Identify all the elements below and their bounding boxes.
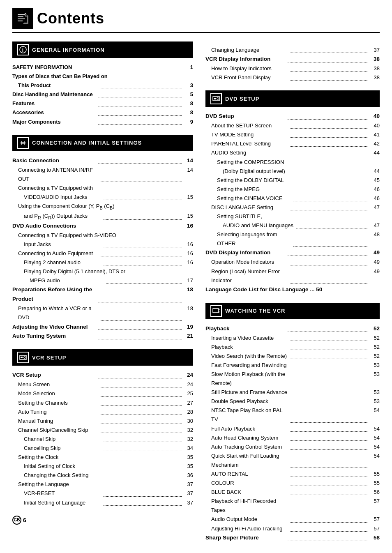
toc-row: Auto Tuning 28 bbox=[12, 408, 193, 417]
svg-text:i: i bbox=[22, 47, 24, 53]
toc-row: Playing 2 channel audio 16 bbox=[12, 258, 193, 267]
toc-row: SAFETY INFORMATION 1 bbox=[12, 63, 193, 72]
vcr-setup-entries: VCR Setup 24 Menu Screen 24 Mode Selecti… bbox=[12, 371, 193, 507]
toc-row: VCR Display Information 38 bbox=[205, 55, 380, 64]
toc-row: Audio Output Mode 57 bbox=[205, 515, 380, 524]
toc-row: VIDEO/AUDIO Input Jacks 15 bbox=[12, 193, 193, 202]
toc-row: Setting the Channels 27 bbox=[12, 399, 193, 408]
general-info-header: i GENERAL INFORMATION bbox=[12, 41, 193, 58]
vcr-setup-title: VCR SETUP bbox=[32, 355, 66, 361]
toc-row: Operation Mode Indicators 49 bbox=[205, 258, 380, 267]
toc-row: AUTO RENTAL 55 bbox=[205, 470, 380, 479]
toc-row: Input Jacks 16 bbox=[12, 240, 193, 249]
svg-rect-17 bbox=[213, 309, 219, 313]
dvd-setup-entries: DVD Setup 40 About the SETUP Screen 40 T… bbox=[205, 112, 380, 294]
toc-row: Setting the COMPRESSION bbox=[205, 158, 380, 167]
toc-row: AUDIO and MENU languages 47 bbox=[205, 221, 380, 230]
toc-row: Sharp Super Picture 58 bbox=[205, 533, 380, 543]
svg-rect-2 bbox=[18, 18, 25, 19]
toc-row: Full Auto Playback 54 bbox=[205, 424, 380, 433]
toc-row: Adjusting the Video Channel 19 bbox=[12, 323, 193, 332]
toc-row: Setting the Clock 35 bbox=[12, 453, 193, 462]
svg-point-12 bbox=[24, 357, 26, 359]
page-footer-left: GB 6 bbox=[12, 516, 193, 525]
toc-row: DVD Audio Connections 16 bbox=[12, 221, 193, 231]
toc-row: Playback 52 bbox=[205, 343, 380, 352]
toc-row: Auto Tuning System 21 bbox=[12, 332, 193, 341]
dvd-setup-icon bbox=[210, 93, 222, 104]
toc-row: Setting SUBTITLE, bbox=[205, 212, 380, 221]
vcr-right-entries: Changing Language 37 VCR Display Informa… bbox=[205, 46, 380, 82]
toc-row: Setting the CINEMA VOICE 46 bbox=[205, 194, 380, 203]
toc-row: Using the Component Colour (Y, PB (CB) bbox=[12, 202, 193, 212]
toc-row: Still Picture and Frame Advance 53 bbox=[205, 388, 380, 397]
dvd-setup-header: DVD SETUP bbox=[205, 90, 380, 107]
toc-row: Inserting a Video Cassette 52 bbox=[205, 334, 380, 343]
toc-row: Playback of Hi-Fi Recorded Tapes 57 bbox=[205, 497, 380, 515]
svg-rect-0 bbox=[18, 14, 25, 15]
toc-row: Auto Tracking Control System 54 bbox=[205, 442, 380, 452]
toc-row: Auto Head Cleaning System 54 bbox=[205, 433, 380, 442]
toc-row: How to Display Indicators 38 bbox=[205, 64, 380, 73]
toc-row: Connecting to Audio Equipment 16 bbox=[12, 249, 193, 258]
toc-row: Features 8 bbox=[12, 99, 193, 108]
toc-row: MPEG audio 17 bbox=[12, 276, 193, 285]
toc-row: Changing the Clock Setting 36 bbox=[12, 471, 193, 480]
page-header: Contents bbox=[12, 8, 380, 33]
toc-row: Basic Connection 14 bbox=[12, 156, 193, 166]
toc-row: Playback 52 bbox=[205, 324, 380, 334]
svg-rect-3 bbox=[18, 21, 23, 21]
toc-row: VCR Front Panel Display 38 bbox=[205, 73, 380, 82]
toc-row: DVD Display Information 49 bbox=[205, 248, 380, 258]
toc-row: Selecting languages from OTHER 48 bbox=[205, 230, 380, 248]
vcr-setup-icon bbox=[17, 352, 29, 363]
left-column: i GENERAL INFORMATION SAFETY INFORMATION… bbox=[12, 41, 193, 551]
watching-vcr-header: WATCHING THE VCR bbox=[205, 303, 380, 319]
toc-row: Channel Skip/Cancelling Skip 32 bbox=[12, 426, 193, 435]
toc-row: Setting the MPEG 46 bbox=[205, 185, 380, 194]
dvd-setup-title: DVD SETUP bbox=[225, 96, 259, 102]
page-title: Contents bbox=[37, 10, 104, 27]
vcr-setup-section: VCR SETUP VCR Setup 24 Menu Screen 24 Mo… bbox=[12, 349, 193, 507]
svg-rect-13 bbox=[21, 357, 23, 358]
toc-row: VCR-RESET 37 bbox=[12, 489, 193, 498]
svg-rect-1 bbox=[18, 16, 23, 17]
vcr-setup-header: VCR SETUP bbox=[12, 349, 193, 366]
toc-row: About the SETUP Screen 40 bbox=[205, 121, 380, 130]
connection-entries: Basic Connection 14 Connecting to ANTENN… bbox=[12, 156, 193, 341]
toc-row: Accessories 8 bbox=[12, 108, 193, 117]
watching-vcr-icon bbox=[210, 305, 222, 317]
connection-title: CONNECTION AND INITIAL SETTINGS bbox=[32, 140, 142, 146]
toc-row: Menu Screen 24 bbox=[12, 380, 193, 389]
vcr-right-section: Changing Language 37 VCR Display Informa… bbox=[205, 46, 380, 82]
toc-row: VCR Setup 24 bbox=[12, 371, 193, 380]
toc-row: Preparations Before Using the Product 18 bbox=[12, 285, 193, 304]
toc-row: TV MODE Setting 41 bbox=[205, 130, 380, 139]
watching-vcr-entries: Playback 52 Inserting a Video Cassette 5… bbox=[205, 324, 380, 543]
toc-row: Initial Setting of Clock 35 bbox=[12, 462, 193, 471]
toc-row: (Dolby Digital output level) 44 bbox=[205, 167, 380, 176]
watching-vcr-section: WATCHING THE VCR Playback 52 Inserting a… bbox=[205, 303, 380, 543]
toc-row: COLOUR 55 bbox=[205, 479, 380, 488]
general-info-icon: i bbox=[17, 44, 29, 55]
toc-row: Slow Motion Playback (with the Remote) 5… bbox=[205, 370, 380, 388]
toc-row: Language Code List for Disc Language ...… bbox=[205, 285, 380, 295]
svg-rect-16 bbox=[214, 98, 216, 99]
toc-row: Playing Dolby Digital (5.1 channel), DTS… bbox=[12, 267, 193, 276]
toc-row: AUDIO Setting 44 bbox=[205, 148, 380, 157]
toc-row: NTSC Tape Play Back on PAL TV 54 bbox=[205, 406, 380, 424]
connection-section: CONNECTION AND INITIAL SETTINGS Basic Co… bbox=[12, 135, 193, 341]
toc-row: DISC LANGUAGE Setting 47 bbox=[205, 203, 380, 212]
gb-badge: GB bbox=[12, 516, 21, 525]
toc-row: Changing Language 37 bbox=[205, 46, 380, 55]
toc-row: Mode Selection 25 bbox=[12, 389, 193, 398]
toc-row: DVD Setup 40 bbox=[205, 112, 380, 121]
toc-row: Channel Skip 32 bbox=[12, 435, 193, 444]
toc-row: BLUE BACK 56 bbox=[205, 488, 380, 497]
toc-row: Types of Discs that Can Be Played on bbox=[12, 72, 193, 81]
general-info-title: GENERAL INFORMATION bbox=[32, 47, 105, 53]
connection-header: CONNECTION AND INITIAL SETTINGS bbox=[12, 135, 193, 151]
toc-row: Quick Start with Full Loading Mechanism … bbox=[205, 452, 380, 470]
general-info-entries: SAFETY INFORMATION 1 Types of Discs that… bbox=[12, 63, 193, 127]
toc-row: Cancelling Skip 34 bbox=[12, 444, 193, 453]
